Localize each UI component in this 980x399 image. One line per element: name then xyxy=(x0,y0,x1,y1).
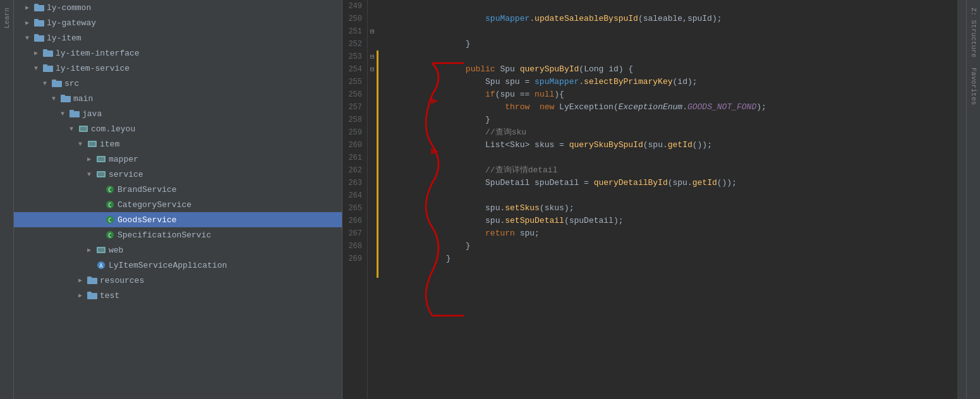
ln-258: 258 xyxy=(345,114,362,126)
svg-rect-19 xyxy=(89,142,95,146)
svg-rect-3 xyxy=(34,19,39,21)
tree-item-web[interactable]: web xyxy=(14,242,342,258)
code-content[interactable]: spuMapper.updateSaleableByspuId(saleable… xyxy=(382,0,957,399)
tree-label-goods-service: GoodsService xyxy=(118,215,177,225)
tree-label-mapper: mapper xyxy=(109,155,138,164)
tree-item-category-service[interactable]: C CategoryService xyxy=(14,197,342,212)
tree-label-ly-item-service: ly-item-service xyxy=(56,64,130,73)
tree-item-brand-service[interactable]: C BrandService xyxy=(14,182,342,197)
tree-label-item-pkg: item xyxy=(100,140,119,149)
ln-263: 263 xyxy=(345,177,362,189)
svg-rect-39 xyxy=(87,292,92,294)
code-line-256: throw new LyException(ExceptionEnum.GOOD… xyxy=(387,88,957,101)
ln-254: 254 xyxy=(345,63,362,76)
structure-tab[interactable]: Z: Structure xyxy=(969,3,979,63)
folder-icon-java xyxy=(70,109,80,118)
tree-item-ly-gateway[interactable]: ly-gateway xyxy=(14,15,342,30)
tree-item-mapper[interactable]: mapper xyxy=(14,152,342,167)
folder-icon-resources xyxy=(87,276,97,285)
svg-rect-13 xyxy=(61,95,65,97)
arrow-ly-item xyxy=(25,35,34,42)
favorites-tab[interactable]: Favorites xyxy=(969,63,979,110)
svg-text:A: A xyxy=(99,263,103,269)
code-scroll[interactable]: 249 250 251 252 253 254 255 256 257 258 … xyxy=(342,0,966,399)
arrow-service-pkg xyxy=(87,171,96,178)
class-icon-ly-item-service-app: A xyxy=(96,261,106,270)
scrollbar-gutter xyxy=(957,0,966,399)
tree-label-ly-gateway: ly-gateway xyxy=(47,18,96,28)
tree-label-specification-service: SpecificationServic xyxy=(118,230,211,240)
tree-label-resources: resources xyxy=(100,276,144,285)
svg-rect-37 xyxy=(87,277,92,279)
fold-mark-255: ⊟ xyxy=(370,63,375,76)
ln-252: 252 xyxy=(345,38,362,51)
ln-255: 255 xyxy=(345,76,362,88)
interface-icon-specification-service: C xyxy=(105,230,115,239)
code-line-259: List<Sku> skus = querySkuBySpuId(spu.get… xyxy=(387,126,957,139)
tree-item-goods-service[interactable]: C GoodsService xyxy=(14,212,342,227)
tree-item-ly-item[interactable]: ly-item xyxy=(14,30,342,45)
svg-rect-21 xyxy=(98,157,104,161)
tree-item-ly-item-service-app[interactable]: A LyItemServiceApplication xyxy=(14,258,342,273)
code-line-252 xyxy=(387,38,957,51)
code-line-262: SpuDetail spuDetail = queryDetailById(sp… xyxy=(387,164,957,177)
tree-item-ly-item-service[interactable]: ly-item-service xyxy=(14,61,342,76)
package-icon-item xyxy=(87,140,97,148)
svg-rect-1 xyxy=(34,4,39,6)
folder-icon-ly-common xyxy=(34,3,44,12)
ln-257: 257 xyxy=(345,101,362,114)
folder-icon-src xyxy=(52,79,62,88)
ln-253: 253 xyxy=(345,51,362,63)
tree-label-main: main xyxy=(73,94,93,104)
tree-item-ly-item-interface[interactable]: ly-item-interface xyxy=(14,45,342,61)
ln-251: 251 xyxy=(345,25,362,38)
package-icon-service xyxy=(96,170,106,179)
tree-item-specification-service[interactable]: C SpecificationServic xyxy=(14,227,342,242)
code-line-268: } xyxy=(387,240,957,253)
svg-rect-11 xyxy=(52,80,56,82)
svg-rect-7 xyxy=(43,49,47,52)
package-icon-web xyxy=(96,246,106,254)
ln-259: 259 xyxy=(345,126,362,139)
folder-icon-ly-gateway xyxy=(34,18,44,27)
arrow-java xyxy=(61,110,70,117)
arrow-src xyxy=(43,80,52,87)
tree-item-item-pkg[interactable]: item xyxy=(14,136,342,152)
arrow-resources xyxy=(78,277,87,284)
tree-item-resources[interactable]: resources xyxy=(14,273,342,288)
arrow-ly-item-service xyxy=(34,65,43,72)
code-line-267: } xyxy=(387,227,957,240)
code-line-254: Spu spu = spuMapper.selectByPrimaryKey(i… xyxy=(387,63,957,76)
ln-268: 268 xyxy=(345,240,362,253)
tree-label-ly-item-service-app: LyItemServiceApplication xyxy=(109,261,227,270)
interface-icon-category-service: C xyxy=(105,200,115,209)
ln-250: 250 xyxy=(345,13,362,25)
tree-item-java[interactable]: java xyxy=(14,106,342,121)
ln-269: 269 xyxy=(345,253,362,265)
tree-label-ly-item-interface: ly-item-interface xyxy=(56,49,140,58)
code-line-257: } xyxy=(387,101,957,114)
tree-item-ly-common[interactable]: ly-common xyxy=(14,0,342,15)
code-line-249: spuMapper.updateSaleableByspuId(saleable… xyxy=(387,0,957,13)
folder-icon-main xyxy=(61,94,71,103)
interface-icon-goods-service: C xyxy=(105,215,115,224)
ln-260: 260 xyxy=(345,139,362,152)
arrow-web xyxy=(87,246,96,254)
tree-item-src[interactable]: src xyxy=(14,76,342,91)
svg-rect-15 xyxy=(70,110,74,112)
ln-249: 249 xyxy=(345,0,362,13)
tree-item-service-pkg[interactable]: service xyxy=(14,167,342,182)
tree-label-service-pkg: service xyxy=(109,170,143,179)
svg-text:C: C xyxy=(108,202,111,208)
fold-mark-253: ⊟ xyxy=(370,51,375,63)
learn-tab[interactable]: Learn xyxy=(2,3,12,33)
code-line-250 xyxy=(387,13,957,25)
tree-item-test[interactable]: test xyxy=(14,288,342,303)
code-line-260 xyxy=(387,139,957,152)
ln-264: 264 xyxy=(345,189,362,202)
file-tree-panel: ly-common ly-gateway ly-item ly-item-int… xyxy=(14,0,342,399)
tree-item-com-leyou[interactable]: com.leyou xyxy=(14,121,342,136)
left-sidebar-tabs: Learn xyxy=(0,0,14,399)
tree-item-main[interactable]: main xyxy=(14,91,342,106)
ln-267: 267 xyxy=(345,227,362,240)
